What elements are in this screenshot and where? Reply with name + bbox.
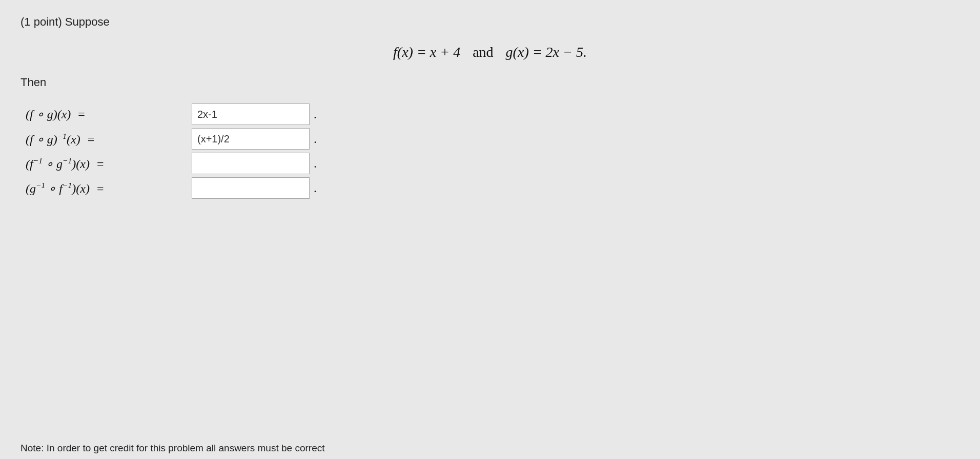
eq3-dot: .	[314, 157, 317, 171]
problem-header: (1 point) Suppose	[21, 15, 959, 29]
eq4-label: (g−1 ∘ f−1)(x) =	[26, 181, 190, 196]
note-text: Note: In order to get credit for this pr…	[21, 443, 324, 454]
equation-row-1: (f ∘ g)(x) = .	[26, 103, 959, 125]
main-content: (1 point) Suppose f(x) = x + 4 and g(x) …	[0, 0, 980, 459]
eq3-label: (f−1 ∘ g−1)(x) =	[26, 156, 190, 171]
eq4-input[interactable]	[192, 177, 310, 199]
eq3-input[interactable]	[192, 153, 310, 174]
f-definition: f(x) = x + 4	[393, 44, 460, 60]
eq2-label: (f ∘ g)−1(x) =	[26, 132, 190, 147]
eq2-dot: .	[314, 132, 317, 146]
and-connector: and	[473, 44, 493, 60]
eq1-dot: .	[314, 108, 317, 121]
header-label: (1 point) Suppose	[21, 15, 110, 28]
equation-row-4: (g−1 ∘ f−1)(x) = .	[26, 177, 959, 199]
equation-row-3: (f−1 ∘ g−1)(x) = .	[26, 153, 959, 174]
eq2-input[interactable]	[192, 128, 310, 150]
eq1-input[interactable]	[192, 103, 310, 125]
eq1-label: (f ∘ g)(x) =	[26, 107, 190, 121]
then-label: Then	[21, 76, 959, 89]
eq4-dot: .	[314, 181, 317, 195]
equation-row-2: (f ∘ g)−1(x) = .	[26, 128, 959, 150]
g-definition: g(x) = 2x − 5.	[506, 44, 587, 60]
formula-display: f(x) = x + 4 and g(x) = 2x − 5.	[21, 44, 959, 60]
equations-block: (f ∘ g)(x) = . (f ∘ g)−1(x) = . (f−1 ∘ g…	[26, 103, 959, 202]
